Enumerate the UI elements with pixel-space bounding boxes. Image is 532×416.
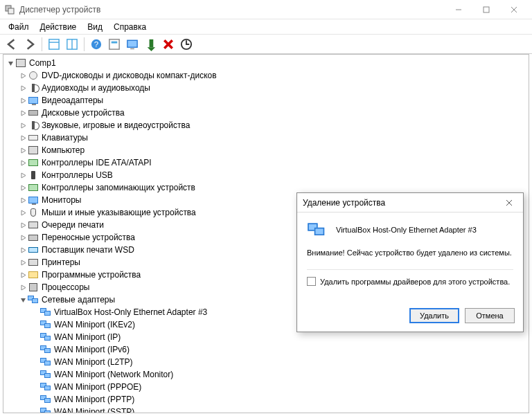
expand-toggle[interactable] xyxy=(18,108,28,118)
tree-item-label: WAN Miniport (IPv6) xyxy=(54,345,130,354)
maximize-button[interactable] xyxy=(472,1,500,19)
expand-toggle[interactable] xyxy=(30,357,40,367)
delete-driver-checkbox[interactable] xyxy=(307,277,316,286)
expand-toggle[interactable] xyxy=(30,382,40,392)
dialog-uninstall-button[interactable]: Удалить xyxy=(409,308,459,323)
category-icon xyxy=(15,57,26,69)
dialog-device-name: VirtualBox Host-Only Ethernet Adapter #3 xyxy=(336,226,477,234)
expand-toggle[interactable] xyxy=(6,58,15,68)
tree-category[interactable]: Контроллеры IDE ATA/ATAPI xyxy=(6,156,529,169)
expand-toggle[interactable] xyxy=(18,145,28,155)
tree-category[interactable]: Видеоадаптеры xyxy=(6,94,529,107)
properties-button[interactable] xyxy=(125,37,140,52)
show-hidden-button[interactable] xyxy=(46,37,62,52)
category-icon xyxy=(40,319,51,330)
close-button[interactable] xyxy=(500,1,528,19)
dialog-cancel-button[interactable]: Отмена xyxy=(465,308,515,323)
expand-toggle[interactable] xyxy=(30,407,40,413)
category-icon xyxy=(28,294,39,305)
tree-item-label: Comp1 xyxy=(29,58,56,68)
tree-category[interactable]: Дисковые устройства xyxy=(6,107,529,119)
expand-toggle[interactable] xyxy=(30,345,40,354)
tree-item-label: Мониторы xyxy=(42,195,81,205)
expand-toggle[interactable] xyxy=(18,195,28,205)
expand-toggle[interactable] xyxy=(18,96,28,105)
expand-toggle[interactable] xyxy=(18,83,28,93)
expand-toggle[interactable] xyxy=(18,257,28,267)
expand-toggle[interactable] xyxy=(18,158,28,168)
menu-help[interactable]: Справка xyxy=(108,21,152,33)
svg-rect-15 xyxy=(130,48,134,48)
tree-network-adapter[interactable]: WAN Miniport (IPv6) xyxy=(6,343,529,356)
expand-toggle[interactable] xyxy=(18,245,28,255)
uninstall-button[interactable] xyxy=(161,37,176,52)
minimize-button[interactable] xyxy=(445,1,472,19)
dialog-close-button[interactable] xyxy=(501,195,517,211)
expand-toggle[interactable] xyxy=(30,395,40,404)
expand-toggle[interactable] xyxy=(18,282,28,292)
tree-category[interactable]: Клавиатуры xyxy=(6,132,529,144)
category-icon xyxy=(28,70,39,81)
category-icon xyxy=(28,195,39,206)
tree-item-label: Переносные устройства xyxy=(42,233,135,242)
tree-category[interactable]: DVD-дисководы и дисководы компакт-дисков xyxy=(6,69,529,82)
expand-toggle[interactable] xyxy=(18,220,28,230)
window-title: Диспетчер устройств xyxy=(19,5,445,15)
help-button[interactable]: ? xyxy=(89,37,104,52)
expand-toggle[interactable] xyxy=(30,332,40,342)
expand-toggle[interactable] xyxy=(30,307,40,317)
enable-button[interactable] xyxy=(143,37,158,52)
dialog-title: Удаление устройства xyxy=(303,198,501,208)
expand-toggle[interactable] xyxy=(18,170,28,180)
forward-button[interactable] xyxy=(22,37,37,52)
menu-file[interactable]: Файл xyxy=(3,21,35,33)
menu-action[interactable]: Действие xyxy=(35,21,82,33)
tree-network-adapter[interactable]: WAN Miniport (PPTP) xyxy=(6,393,529,406)
tree-root-computer[interactable]: Comp1 xyxy=(6,57,529,69)
expand-toggle[interactable] xyxy=(30,320,40,329)
tree-item-label: WAN Miniport (Network Monitor) xyxy=(54,370,173,379)
tree-network-adapter[interactable]: WAN Miniport (SSTP) xyxy=(6,406,529,413)
svg-rect-6 xyxy=(49,39,59,48)
expand-toggle[interactable] xyxy=(18,133,28,143)
view-button[interactable] xyxy=(64,37,80,52)
dialog-warning-text: Внимание! Сейчас устройство будет удален… xyxy=(307,248,513,257)
category-icon xyxy=(40,381,51,392)
menu-view[interactable]: Вид xyxy=(82,21,108,33)
toolbar-separator xyxy=(42,37,42,51)
dialog-titlebar: Удаление устройства xyxy=(297,193,523,212)
category-icon xyxy=(40,344,51,355)
tree-network-adapter[interactable]: WAN Miniport (PPPOE) xyxy=(6,381,529,393)
svg-rect-16 xyxy=(150,39,154,46)
expand-toggle[interactable] xyxy=(18,183,28,192)
tree-category[interactable]: Контроллеры USB xyxy=(6,169,529,181)
tree-network-adapter[interactable]: WAN Miniport (IP) xyxy=(6,331,529,343)
svg-rect-14 xyxy=(127,40,137,47)
tree-network-adapter[interactable]: WAN Miniport (Network Monitor) xyxy=(6,368,529,381)
category-icon xyxy=(28,170,39,181)
expand-toggle[interactable] xyxy=(18,120,28,130)
toolbar: ? xyxy=(0,35,532,54)
tree-category[interactable]: Аудиовходы и аудиовыходы xyxy=(6,82,529,94)
tree-network-adapter[interactable]: WAN Miniport (L2TP) xyxy=(6,356,529,368)
category-icon xyxy=(28,145,39,156)
tree-item-label: WAN Miniport (SSTP) xyxy=(54,407,134,413)
tree-item-label: Дисковые устройства xyxy=(42,108,125,118)
back-button[interactable] xyxy=(4,37,19,52)
svg-rect-1 xyxy=(8,8,14,14)
properties-sheet-button[interactable] xyxy=(107,37,122,52)
tree-category[interactable]: Звуковые, игровые и видеоустройства xyxy=(6,119,529,132)
expand-toggle[interactable] xyxy=(18,233,28,242)
tree-category[interactable]: Компьютер xyxy=(6,144,529,156)
tree-item-label: Контроллеры USB xyxy=(42,170,113,180)
titlebar: Диспетчер устройств xyxy=(0,0,532,19)
category-icon xyxy=(28,182,39,193)
expand-toggle[interactable] xyxy=(18,71,28,80)
expand-toggle[interactable] xyxy=(18,208,28,217)
expand-toggle[interactable] xyxy=(18,295,28,305)
expand-toggle[interactable] xyxy=(30,370,40,379)
tree-item-label: Аудиовходы и аудиовыходы xyxy=(42,83,150,93)
expand-toggle[interactable] xyxy=(18,270,28,280)
tree-item-label: Контроллеры IDE ATA/ATAPI xyxy=(42,158,152,168)
scan-hardware-button[interactable] xyxy=(179,37,194,52)
